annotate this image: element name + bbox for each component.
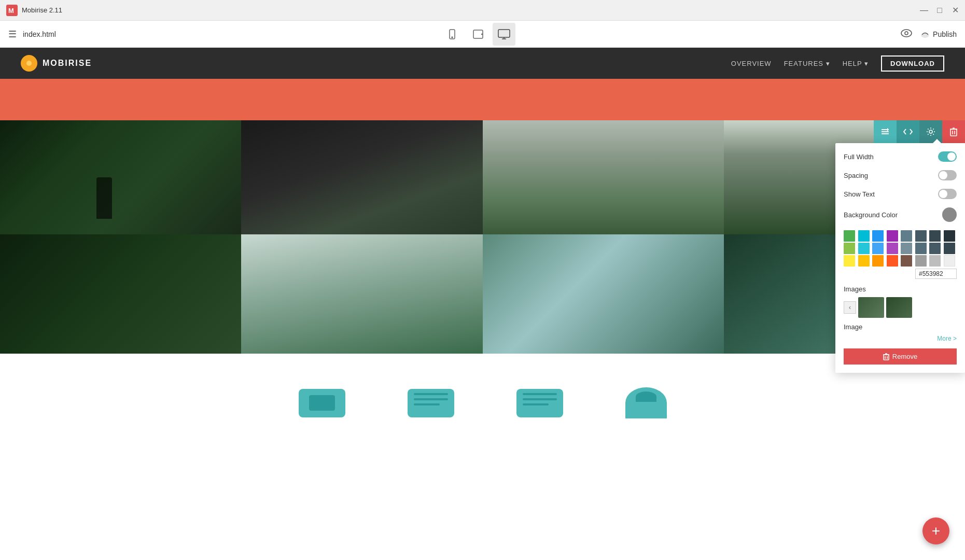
full-width-toggle[interactable]	[938, 151, 957, 162]
feature-icon-4	[625, 387, 667, 418]
svg-point-10	[905, 32, 908, 35]
nav-overview[interactable]: OVERVIEW	[731, 60, 772, 67]
svg-rect-6	[498, 30, 510, 37]
publish-button[interactable]: Publish	[920, 30, 957, 38]
svg-rect-17	[950, 129, 957, 136]
publish-label: Publish	[933, 30, 957, 38]
image-single-label: Image	[844, 323, 957, 331]
spacing-row: Spacing	[844, 170, 957, 180]
feature-shape-4	[625, 387, 667, 418]
maximize-button[interactable]: □	[936, 7, 943, 14]
color-swatch-darkbluegrey[interactable]	[915, 230, 927, 242]
feature-icon-1	[299, 389, 345, 417]
color-swatch-yellow[interactable]	[844, 255, 855, 267]
gallery-image-7	[483, 234, 724, 354]
color-swatch-medgrey[interactable]	[915, 255, 927, 267]
titlebar-controls: — □ ✕	[920, 7, 959, 14]
app-title: Mobirise 2.11	[22, 6, 62, 14]
minimize-button[interactable]: —	[920, 7, 928, 14]
color-swatch-darker[interactable]	[929, 230, 941, 242]
site-navbar: MOBIRISE OVERVIEW FEATURES ▾ HELP ▾ DOWN…	[0, 48, 965, 79]
svg-point-16	[929, 130, 932, 133]
color-hex-input[interactable]	[915, 269, 957, 279]
color-swatch-cyan[interactable]	[858, 230, 870, 242]
site-logo-text: MOBIRISE	[43, 59, 92, 68]
color-swatch-lightpurple[interactable]	[887, 243, 898, 254]
color-swatch-grey1[interactable]	[901, 243, 912, 254]
delete-button[interactable]	[942, 120, 965, 143]
nav-help[interactable]: HELP ▾	[843, 60, 869, 67]
gallery-cell-1	[0, 120, 241, 234]
gallery-cell-2	[241, 120, 482, 234]
svg-rect-22	[884, 355, 889, 360]
color-swatch-grey3[interactable]	[929, 243, 941, 254]
fab-icon: +	[932, 523, 940, 539]
nav-download-button[interactable]: DOWNLOAD	[881, 55, 944, 72]
remove-icon	[883, 353, 889, 360]
color-swatch-bluegrey[interactable]	[901, 230, 912, 242]
close-button[interactable]: ✕	[952, 7, 959, 14]
images-section: Images ‹	[844, 285, 957, 318]
bottom-section	[0, 354, 965, 452]
toolbar: ☰ index.html	[0, 21, 965, 48]
color-swatch-grey4[interactable]	[944, 243, 955, 254]
gallery-image-2	[241, 120, 482, 234]
remove-button[interactable]: Remove	[844, 348, 957, 365]
show-text-row: Show Text	[844, 189, 957, 199]
image-prev-button[interactable]: ‹	[844, 301, 856, 314]
menu-icon[interactable]: ☰	[8, 29, 17, 40]
image-thumb-2	[886, 297, 912, 318]
toolbar-right: Publish	[901, 28, 957, 40]
remove-label: Remove	[892, 353, 917, 360]
color-swatch-grid	[844, 230, 957, 267]
bg-color-row: Background Color	[844, 207, 957, 222]
color-swatch-darkest[interactable]	[944, 230, 955, 242]
titlebar-left: M Mobirise 2.11	[6, 5, 62, 16]
color-swatch-blue[interactable]	[872, 230, 884, 242]
color-swatch-amber[interactable]	[858, 255, 870, 267]
color-palette-section	[844, 230, 957, 279]
color-swatch-lightblue[interactable]	[872, 243, 884, 254]
svg-text:M: M	[8, 7, 14, 15]
preview-icon[interactable]	[901, 28, 912, 40]
feature-icon-3	[516, 389, 563, 417]
gallery-section: Full Width Spacing Show Text	[0, 120, 965, 354]
show-text-label: Show Text	[844, 190, 875, 198]
image-thumb-1	[858, 297, 884, 318]
svg-point-3	[452, 37, 453, 38]
bg-color-swatch[interactable]	[942, 207, 957, 222]
color-swatch-verylightgrey[interactable]	[944, 255, 955, 267]
svg-point-9	[901, 30, 912, 37]
feature-icon-2	[408, 389, 454, 417]
reorder-button[interactable]	[874, 120, 897, 143]
bg-color-label: Background Color	[844, 211, 898, 219]
color-swatch-lightcyan[interactable]	[858, 243, 870, 254]
svg-point-12	[26, 61, 32, 66]
gallery-image-3	[483, 120, 724, 234]
site-logo: MOBIRISE	[21, 55, 92, 72]
site-logo-icon	[21, 55, 37, 72]
color-swatch-deeporange[interactable]	[887, 255, 898, 267]
color-swatch-orange[interactable]	[872, 255, 884, 267]
svg-point-5	[482, 34, 483, 35]
fab-add-button[interactable]: +	[922, 517, 949, 544]
tablet-device-button[interactable]	[467, 23, 490, 46]
filename-label: index.html	[23, 30, 56, 38]
color-swatch-purple[interactable]	[887, 230, 898, 242]
color-swatch-green[interactable]	[844, 230, 855, 242]
app-logo-icon: M	[6, 5, 18, 16]
color-swatch-lightgreen[interactable]	[844, 243, 855, 254]
show-text-toggle[interactable]	[938, 189, 957, 199]
color-swatch-grey2[interactable]	[915, 243, 927, 254]
nav-features[interactable]: FEATURES ▾	[784, 60, 830, 67]
mobile-device-button[interactable]	[441, 23, 464, 46]
desktop-device-button[interactable]	[493, 23, 515, 46]
orange-strip	[0, 79, 965, 120]
spacing-toggle[interactable]	[938, 170, 957, 180]
full-width-label: Full Width	[844, 153, 874, 161]
more-link[interactable]: More >	[844, 335, 957, 342]
color-swatch-brown[interactable]	[901, 255, 912, 267]
toolbar-left: ☰ index.html	[8, 29, 56, 40]
color-swatch-lightgrey[interactable]	[929, 255, 941, 267]
code-button[interactable]	[897, 120, 919, 143]
